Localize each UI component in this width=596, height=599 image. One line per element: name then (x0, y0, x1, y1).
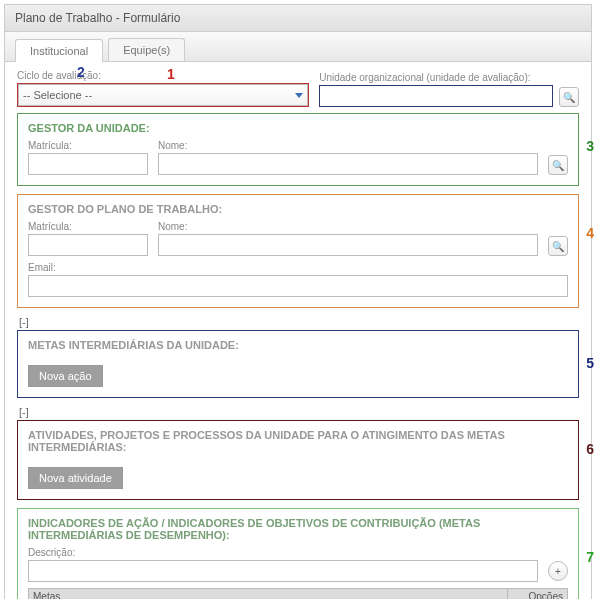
unidade-input[interactable] (320, 86, 552, 106)
gp-email-input[interactable] (28, 275, 568, 297)
nova-acao-button[interactable]: Nova ação (28, 365, 103, 387)
search-icon: 🔍 (563, 92, 575, 103)
add-indicator-button[interactable]: + (548, 561, 568, 581)
indicadores-title: INDICADORES DE AÇÃO / INDICADORES DE OBJ… (28, 517, 568, 547)
gp-email-label: Email: (28, 262, 568, 273)
annotation-6: 6 (586, 441, 594, 457)
gp-nome-input[interactable] (158, 234, 538, 256)
plus-icon: + (555, 566, 561, 577)
gp-nome-label: Nome: (158, 221, 538, 232)
search-icon: 🔍 (552, 160, 564, 171)
unidade-label: Unidade organizacional (unidade de avali… (319, 72, 553, 83)
search-icon: 🔍 (552, 241, 564, 252)
ciclo-select[interactable]: -- Selecione -- (18, 84, 308, 106)
atividades-box: 6 ATIVIDADES, PROJETOS E PROCESSOS DA UN… (17, 420, 579, 500)
form-content: 1 Ciclo de avaliação: -- Selecione -- 2 … (5, 62, 591, 599)
descricao-input[interactable] (28, 560, 538, 582)
annotation-5: 5 (586, 355, 594, 371)
gp-matricula-label: Matrícula: (28, 221, 148, 232)
work-plan-form: Plano de Trabalho - Formulário Instituci… (4, 4, 592, 599)
hdr-opcoes: Opções (507, 589, 567, 599)
metas-title: METAS INTERMEDIÁRIAS DA UNIDADE: (28, 339, 568, 357)
collapse-toggle-atividades[interactable]: [-] (19, 406, 579, 418)
annotation-7: 7 (586, 549, 594, 565)
window-title: Plano de Trabalho - Formulário (5, 5, 591, 32)
gu-matricula-label: Matrícula: (28, 140, 148, 151)
indicadores-box: 7 INDICADORES DE AÇÃO / INDICADORES DE O… (17, 508, 579, 599)
gestor-plano-box: 4 GESTOR DO PLANO DE TRABALHO: Matrícula… (17, 194, 579, 308)
collapse-toggle-metas[interactable]: [-] (19, 316, 579, 328)
gu-search-button[interactable]: 🔍 (548, 155, 568, 175)
ciclo-label: Ciclo de avaliação: (17, 70, 309, 81)
annotation-3: 3 (586, 138, 594, 154)
nova-atividade-button[interactable]: Nova atividade (28, 467, 123, 489)
descricao-label: Descrição: (28, 547, 568, 558)
gp-matricula-input[interactable] (28, 234, 148, 256)
hdr-metas: Metas (29, 589, 507, 599)
indicadores-table-header: Metas Opções (28, 588, 568, 599)
gu-nome-label: Nome: (158, 140, 538, 151)
gestor-unidade-title: GESTOR DA UNIDADE: (28, 122, 568, 140)
gu-matricula-input[interactable] (28, 153, 148, 175)
gestor-plano-title: GESTOR DO PLANO DE TRABALHO: (28, 203, 568, 221)
atividades-title: ATIVIDADES, PROJETOS E PROCESSOS DA UNID… (28, 429, 568, 459)
ciclo-selected-value: -- Selecione -- (23, 89, 92, 101)
chevron-down-icon (295, 93, 303, 98)
tab-institucional[interactable]: Institucional (15, 39, 103, 62)
metas-box: 5 METAS INTERMEDIÁRIAS DA UNIDADE: Nova … (17, 330, 579, 398)
tab-equipes[interactable]: Equipe(s) (108, 38, 185, 61)
gestor-unidade-box: 3 GESTOR DA UNIDADE: Matrícula: Nome: 🔍 (17, 113, 579, 186)
gu-nome-input[interactable] (158, 153, 538, 175)
unidade-search-button[interactable]: 🔍 (559, 87, 579, 107)
tab-bar: Institucional Equipe(s) (5, 32, 591, 62)
gp-search-button[interactable]: 🔍 (548, 236, 568, 256)
annotation-4: 4 (586, 225, 594, 241)
